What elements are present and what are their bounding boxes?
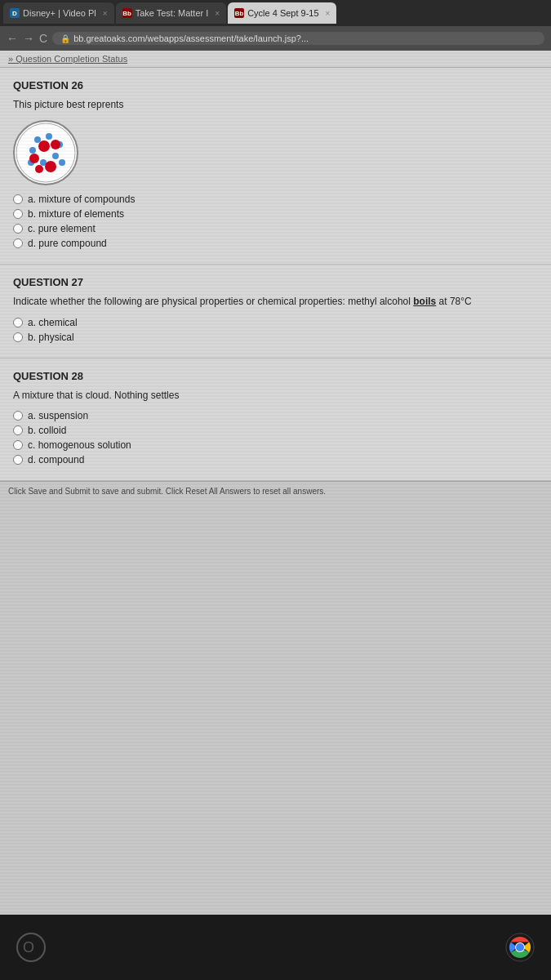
q28-option-b[interactable]: b. colloid — [13, 425, 538, 436]
q28-option-c[interactable]: c. homogenous solution — [13, 439, 538, 451]
tab-bar: D Disney+ | Video Pl × Bb Take Test: Mat… — [0, 0, 551, 26]
tab-label-cycle: Cycle 4 Sept 9-15 — [247, 8, 318, 18]
question-completion-bar[interactable]: » Question Completion Status — [0, 51, 551, 68]
tab-label-taketest: Take Test: Matter I — [136, 8, 209, 18]
tab-cycle[interactable]: Bb Cycle 4 Sept 9-15 × — [228, 2, 336, 24]
q27-option-a[interactable]: a. chemical — [13, 317, 538, 328]
svg-point-5 — [52, 153, 59, 159]
footer-bar: Click Save and Submit to save and submit… — [0, 481, 551, 501]
tab-close-taketest[interactable]: × — [215, 9, 220, 18]
question-27-block: QUESTION 27 Indicate whether the followi… — [0, 265, 551, 359]
page-content: » Question Completion Status QUESTION 26… — [0, 51, 551, 915]
q26-option-b[interactable]: b. mixture of elements — [13, 208, 538, 220]
svg-point-1 — [34, 136, 41, 143]
q28-label-a[interactable]: a. suspension — [28, 410, 88, 421]
svg-point-0 — [16, 123, 75, 182]
q26-label-c[interactable]: c. pure element — [28, 223, 96, 234]
q28-option-a[interactable]: a. suspension — [13, 410, 538, 421]
q28-radio-b[interactable] — [13, 425, 23, 435]
question-26-block: QUESTION 26 This picture best reprents — [0, 68, 551, 265]
browser-chrome: D Disney+ | Video Pl × Bb Take Test: Mat… — [0, 0, 551, 51]
q26-radio-a[interactable] — [13, 194, 23, 204]
tab-favicon-taketest: Bb — [122, 8, 132, 18]
question-27-number: QUESTION 27 — [13, 276, 538, 288]
svg-point-16 — [516, 943, 524, 951]
q26-label-a[interactable]: a. mixture of compounds — [28, 194, 135, 205]
molecule-svg — [15, 122, 77, 184]
q28-option-d[interactable]: d. compound — [13, 454, 538, 466]
svg-point-2 — [46, 133, 52, 140]
tab-favicon-disney: D — [10, 8, 20, 18]
tab-take-test[interactable]: Bb Take Test: Matter I × — [116, 2, 227, 24]
svg-point-4 — [29, 147, 36, 154]
question-28-text: A mixture that is cloud. Nothing settles — [13, 389, 538, 403]
q28-label-d[interactable]: d. compound — [28, 454, 84, 466]
svg-point-11 — [29, 154, 39, 163]
q27-label-a[interactable]: a. chemical — [28, 317, 78, 328]
question-26-text: This picture best reprents — [13, 98, 538, 112]
q27-radio-a[interactable] — [13, 318, 23, 327]
url-bar[interactable]: 🔒 bb.greatoaks.com/webapps/assessment/ta… — [52, 32, 544, 45]
question-27-text: Indicate whether the following are physi… — [13, 295, 538, 309]
q28-radio-d[interactable] — [13, 455, 23, 465]
lock-icon: 🔒 — [60, 34, 70, 43]
q28-label-b[interactable]: b. colloid — [28, 425, 66, 436]
q28-radio-a[interactable] — [13, 411, 23, 421]
address-bar: ← → C 🔒 bb.greatoaks.com/webapps/assessm… — [0, 26, 551, 51]
tab-favicon-cycle: Bb — [234, 8, 244, 18]
taskbar-circle[interactable]: O — [16, 933, 46, 962]
tab-close-disney[interactable]: × — [103, 9, 108, 18]
footer-text: Click Save and Submit to save and submit… — [8, 487, 326, 496]
q26-label-d[interactable]: d. pure compound — [28, 238, 107, 249]
q26-radio-c[interactable] — [13, 224, 23, 234]
q26-option-d[interactable]: d. pure compound — [13, 238, 538, 249]
tab-close-cycle[interactable]: × — [326, 9, 331, 18]
q26-label-b[interactable]: b. mixture of elements — [28, 208, 124, 220]
chrome-icon-svg — [505, 933, 535, 962]
chrome-browser-icon[interactable] — [505, 933, 535, 962]
svg-point-8 — [59, 159, 65, 166]
taskbar-circle-label: O — [18, 939, 34, 956]
q26-option-c[interactable]: c. pure element — [13, 223, 538, 234]
forward-button[interactable]: → — [23, 32, 34, 45]
refresh-button[interactable]: C — [39, 32, 47, 45]
q27-option-b[interactable]: b. physical — [13, 332, 538, 343]
molecule-image — [13, 120, 78, 185]
question-26-number: QUESTION 26 — [13, 79, 538, 91]
q26-radio-b[interactable] — [13, 209, 23, 219]
q28-radio-c[interactable] — [13, 440, 23, 450]
question-28-number: QUESTION 28 — [13, 370, 538, 382]
q28-label-c[interactable]: c. homogenous solution — [28, 439, 131, 451]
svg-point-10 — [51, 140, 60, 149]
svg-point-9 — [38, 140, 50, 152]
q26-option-a[interactable]: a. mixture of compounds — [13, 194, 538, 205]
taskbar: O — [0, 915, 551, 980]
q27-radio-b[interactable] — [13, 332, 23, 342]
url-text: bb.greatoaks.com/webapps/assessment/take… — [73, 33, 309, 43]
tab-disney[interactable]: D Disney+ | Video Pl × — [3, 2, 114, 24]
question-28-block: QUESTION 28 A mixture that is cloud. Not… — [0, 359, 551, 482]
tab-label-disney: Disney+ | Video Pl — [23, 8, 96, 18]
svg-point-13 — [35, 165, 43, 173]
q27-label-b[interactable]: b. physical — [28, 332, 74, 343]
back-button[interactable]: ← — [7, 32, 18, 45]
q26-radio-d[interactable] — [13, 238, 23, 248]
svg-point-12 — [45, 161, 56, 172]
question-27-text-part1: Indicate whether the following are physi… — [13, 296, 472, 307]
